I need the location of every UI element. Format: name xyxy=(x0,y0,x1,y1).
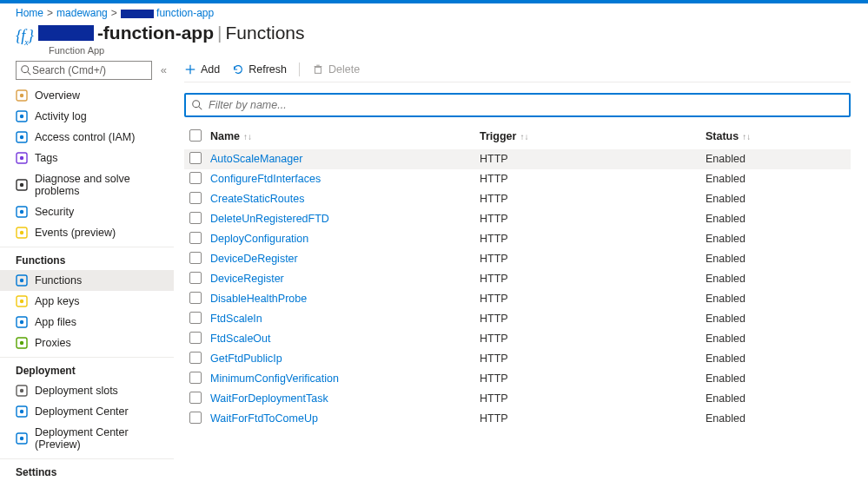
events-icon xyxy=(16,227,28,239)
row-checkbox[interactable] xyxy=(189,232,202,244)
svg-point-21 xyxy=(20,320,23,323)
sidebar-item-diagnose-and-solve-problems[interactable]: Diagnose and solve problems xyxy=(0,168,174,201)
function-name-link[interactable]: DeployConfiguration xyxy=(210,233,308,245)
table-row[interactable]: WaitForDeploymentTaskHTTPEnabled xyxy=(184,389,851,409)
row-checkbox[interactable] xyxy=(189,332,202,344)
filter-input[interactable] xyxy=(184,93,851,117)
table-row[interactable]: DeviceDeRegisterHTTPEnabled xyxy=(184,249,851,269)
refresh-button[interactable]: Refresh xyxy=(232,63,287,76)
sidebar-item-app-keys[interactable]: App keys xyxy=(0,291,174,312)
svg-point-23 xyxy=(20,340,23,344)
function-name-link[interactable]: FtdScaleIn xyxy=(210,313,262,325)
search-icon xyxy=(191,99,203,111)
function-status: Enabled xyxy=(706,293,845,305)
function-name-link[interactable]: DeviceRegister xyxy=(210,273,284,285)
row-checkbox[interactable] xyxy=(189,372,202,384)
row-checkbox[interactable] xyxy=(189,292,202,304)
app-files-icon xyxy=(16,316,28,328)
function-name-link[interactable]: DeviceDeRegister xyxy=(210,253,298,265)
row-checkbox[interactable] xyxy=(189,252,202,264)
function-trigger: HTTP xyxy=(480,392,706,405)
collapse-sidebar-button[interactable]: « xyxy=(157,63,170,76)
sidebar-item-access-control-iam-[interactable]: Access control (IAM) xyxy=(0,127,174,148)
row-checkbox[interactable] xyxy=(189,192,202,204)
breadcrumb-current[interactable]: function-app xyxy=(121,7,214,19)
access-control-icon xyxy=(16,131,28,143)
select-all-checkbox[interactable] xyxy=(189,129,202,142)
sidebar-item-label: Deployment slots xyxy=(35,385,118,397)
sidebar-item-overview[interactable]: Overview xyxy=(0,85,174,106)
function-trigger: HTTP xyxy=(480,153,706,165)
row-checkbox[interactable] xyxy=(189,172,202,184)
add-button[interactable]: Add xyxy=(184,63,220,76)
function-trigger: HTTP xyxy=(480,412,706,425)
function-name-link[interactable]: DisableHealthProbe xyxy=(210,293,307,305)
function-trigger: HTTP xyxy=(480,233,706,245)
function-name-link[interactable]: CreateStaticRoutes xyxy=(210,193,304,205)
svg-rect-38 xyxy=(315,67,321,73)
table-header: Name↑↓ Trigger↑↓ Status↑↓ xyxy=(184,129,851,149)
table-row[interactable]: DeviceRegisterHTTPEnabled xyxy=(184,269,851,289)
sidebar-search-placeholder: Search (Cmd+/) xyxy=(32,64,106,76)
sidebar-item-label: Access control (IAM) xyxy=(35,131,135,143)
sidebar-item-app-files[interactable]: App files xyxy=(0,312,174,333)
table-row[interactable]: FtdScaleInHTTPEnabled xyxy=(184,309,851,329)
breadcrumb-home[interactable]: Home xyxy=(16,7,43,19)
function-name-link[interactable]: AutoScaleManager xyxy=(210,153,302,165)
table-row[interactable]: DisableHealthProbeHTTPEnabled xyxy=(184,289,851,309)
svg-point-9 xyxy=(20,155,23,159)
svg-point-15 xyxy=(20,230,23,234)
sidebar-item-events-preview-[interactable]: Events (preview) xyxy=(0,222,174,243)
row-checkbox[interactable] xyxy=(189,312,202,324)
table-row[interactable]: ConfigureFtdInterfacesHTTPEnabled xyxy=(184,169,851,189)
breadcrumb-parent[interactable]: madewang xyxy=(56,7,108,19)
sidebar-item-proxies[interactable]: Proxies xyxy=(0,333,174,353)
row-checkbox[interactable] xyxy=(189,272,202,284)
row-checkbox[interactable] xyxy=(189,412,202,424)
sidebar-search-input[interactable]: Search (Cmd+/) xyxy=(16,61,152,80)
refresh-icon xyxy=(232,63,244,76)
trash-icon xyxy=(312,63,324,76)
function-name-link[interactable]: FtdScaleOut xyxy=(210,333,270,345)
function-name-link[interactable]: WaitForDeploymentTask xyxy=(210,392,328,405)
function-name-link[interactable]: ConfigureFtdInterfaces xyxy=(210,173,321,185)
function-name-link[interactable]: DeleteUnRegisteredFTD xyxy=(210,213,329,225)
svg-line-1 xyxy=(28,71,31,75)
delete-label: Delete xyxy=(328,63,360,76)
diagnose-icon xyxy=(16,179,28,191)
svg-point-25 xyxy=(20,388,23,392)
toolbar-divider xyxy=(184,82,851,82)
sidebar-item-functions[interactable]: Functions xyxy=(0,270,174,291)
row-checkbox[interactable] xyxy=(189,152,202,164)
filter-field[interactable] xyxy=(209,99,844,111)
table-row[interactable]: GetFtdPublicIpHTTPEnabled xyxy=(184,349,851,369)
sidebar-item-activity-log[interactable]: Activity log xyxy=(0,106,174,127)
sidebar-item-label: App keys xyxy=(35,295,79,307)
table-row[interactable]: MinimumConfigVerificationHTTPEnabled xyxy=(184,369,851,389)
toolbar-separator xyxy=(299,63,300,76)
sidebar-item-deployment-center[interactable]: Deployment Center xyxy=(0,401,174,422)
row-checkbox[interactable] xyxy=(189,392,202,404)
svg-point-27 xyxy=(20,409,23,412)
table-row[interactable]: AutoScaleManagerHTTPEnabled xyxy=(184,149,851,169)
column-header-status[interactable]: Status↑↓ xyxy=(706,130,845,142)
sidebar-item-deployment-slots[interactable]: Deployment slots xyxy=(0,380,174,401)
table-row[interactable]: WaitForFtdToComeUpHTTPEnabled xyxy=(184,409,851,429)
table-row[interactable]: FtdScaleOutHTTPEnabled xyxy=(184,329,851,349)
function-name-link[interactable]: WaitForFtdToComeUp xyxy=(210,412,318,425)
sidebar-item-tags[interactable]: Tags xyxy=(0,148,174,168)
row-checkbox[interactable] xyxy=(189,212,202,224)
table-row[interactable]: DeleteUnRegisteredFTDHTTPEnabled xyxy=(184,209,851,229)
row-checkbox[interactable] xyxy=(189,352,202,364)
function-name-link[interactable]: GetFtdPublicIp xyxy=(210,353,282,365)
column-header-trigger[interactable]: Trigger↑↓ xyxy=(480,130,706,142)
sidebar-item-security[interactable]: Security xyxy=(0,201,174,222)
breadcrumb-current-suffix: function-app xyxy=(156,7,214,19)
table-row[interactable]: CreateStaticRoutesHTTPEnabled xyxy=(184,189,851,209)
table-row[interactable]: DeployConfigurationHTTPEnabled xyxy=(184,229,851,249)
sidebar-item-label: Tags xyxy=(35,152,57,164)
sidebar-item-deployment-center-preview-[interactable]: Deployment Center (Preview) xyxy=(0,422,174,455)
column-header-name[interactable]: Name↑↓ xyxy=(210,130,480,142)
function-name-link[interactable]: MinimumConfigVerification xyxy=(210,372,339,385)
function-status: Enabled xyxy=(706,153,845,165)
